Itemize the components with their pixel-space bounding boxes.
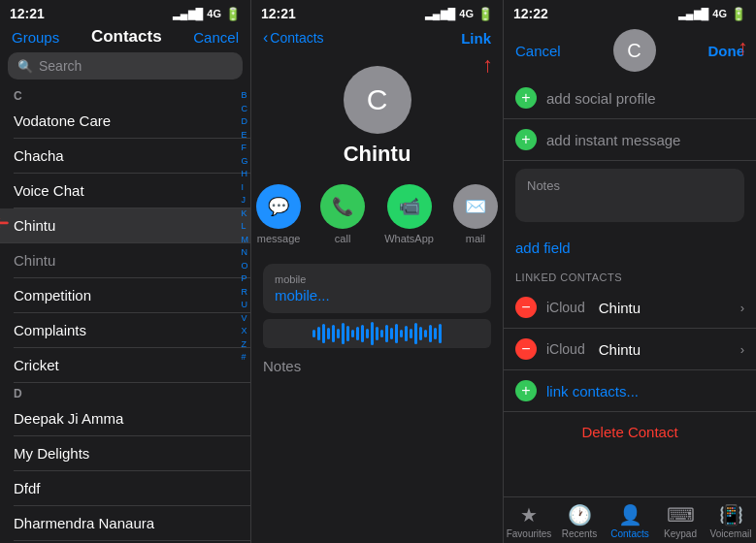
alpha-i[interactable]: I bbox=[242, 181, 249, 195]
status-bar-panel3: 12:22 ▂▄▆█ 4G 🔋 bbox=[504, 0, 756, 23]
alpha-index[interactable]: B C D E F G H I J K L M N O P R U V X Z … bbox=[242, 85, 249, 543]
waveform-bar bbox=[342, 323, 345, 344]
waveform-bar bbox=[361, 325, 364, 342]
alpha-d[interactable]: D bbox=[242, 115, 249, 129]
cancel-button-panel1[interactable]: Cancel bbox=[193, 29, 239, 46]
whatsapp-action[interactable]: 📹 WhatsApp bbox=[384, 184, 434, 244]
red-arrow-panel1: ➜ bbox=[0, 210, 10, 236]
remove-linked-1-icon[interactable]: − bbox=[515, 297, 537, 318]
tab-keypad[interactable]: ⌨ Keypad bbox=[655, 503, 706, 539]
contact-deepak-ji-amma[interactable]: Deepak Ji Amma bbox=[14, 401, 250, 436]
alpha-x[interactable]: X bbox=[242, 325, 249, 338]
mail-button[interactable]: ✉️ bbox=[453, 184, 498, 229]
remove-linked-2-icon[interactable]: − bbox=[515, 338, 537, 360]
delete-contact-button[interactable]: Delete Contact bbox=[504, 412, 756, 452]
alpha-j[interactable]: J bbox=[242, 194, 249, 208]
mail-action[interactable]: ✉️ mail bbox=[453, 184, 498, 244]
mobile-field: mobile mobile... bbox=[263, 264, 491, 313]
linked-name-1: Chintu bbox=[599, 300, 641, 316]
contact-chintu-selected[interactable]: Chintu ➜ bbox=[0, 208, 250, 243]
contact-chintu-2[interactable]: Chintu bbox=[14, 243, 250, 278]
alpha-r[interactable]: R bbox=[242, 286, 249, 300]
alpha-u[interactable]: U bbox=[242, 299, 249, 312]
back-button[interactable]: ‹ Contacts bbox=[263, 29, 324, 47]
alpha-v[interactable]: V bbox=[242, 312, 249, 326]
link-button[interactable]: Link bbox=[461, 30, 491, 47]
add-instant-icon: + bbox=[515, 129, 537, 150]
linked-source-2: iCloud bbox=[546, 341, 585, 357]
alpha-hash[interactable]: # bbox=[242, 351, 249, 365]
chevron-left-icon: ‹ bbox=[263, 29, 268, 47]
alpha-f[interactable]: F bbox=[242, 142, 249, 155]
status-bar-panel1: 12:21 ▂▄▆█ 4G 🔋 bbox=[0, 0, 250, 23]
alpha-k[interactable]: K bbox=[242, 208, 249, 221]
waveform-bar bbox=[385, 325, 388, 342]
link-contacts-icon: + bbox=[515, 380, 537, 401]
battery-icon-p3: 🔋 bbox=[731, 7, 746, 21]
link-contacts-row[interactable]: + link contacts... bbox=[504, 370, 756, 412]
waveform-bar bbox=[317, 327, 320, 340]
tab-favourites[interactable]: ★ Favourites bbox=[504, 503, 554, 539]
status-bar-panel2: 12:21 ▂▄▆█ 4G 🔋 bbox=[251, 0, 503, 23]
call-button[interactable]: 📞 bbox=[320, 184, 365, 229]
add-field-button[interactable]: add field bbox=[504, 230, 756, 266]
alpha-c[interactable]: C bbox=[242, 103, 249, 116]
search-bar[interactable]: 🔍 Search bbox=[8, 52, 243, 80]
waveform-area bbox=[263, 319, 491, 348]
contact-dharmendra-nanaura[interactable]: Dharmendra Nanaura bbox=[14, 506, 250, 541]
add-instant-label[interactable]: add instant message bbox=[546, 132, 680, 148]
call-action[interactable]: 📞 call bbox=[320, 184, 365, 244]
waveform-bar bbox=[366, 329, 369, 338]
mail-label: mail bbox=[466, 233, 485, 244]
edit-avatar[interactable]: C bbox=[613, 29, 656, 72]
network-type: 4G bbox=[207, 8, 221, 19]
waveform-bar bbox=[337, 329, 340, 338]
alpha-b[interactable]: B bbox=[242, 89, 249, 103]
notes-edit-area[interactable]: Notes bbox=[515, 169, 744, 222]
add-social-label[interactable]: add social profile bbox=[546, 90, 656, 107]
waveform-bar bbox=[371, 322, 374, 345]
alpha-g[interactable]: G bbox=[242, 155, 249, 169]
groups-button[interactable]: Groups bbox=[12, 29, 59, 46]
tab-recents[interactable]: 🕐 Recents bbox=[554, 503, 605, 539]
alpha-e[interactable]: E bbox=[242, 129, 249, 143]
message-action[interactable]: 💬 message bbox=[256, 184, 301, 244]
contact-cricket[interactable]: Cricket bbox=[14, 348, 250, 383]
waveform-bar bbox=[312, 330, 315, 337]
add-social-row[interactable]: + add social profile bbox=[504, 78, 756, 119]
message-button[interactable]: 💬 bbox=[256, 184, 301, 229]
notes-section-panel2: Notes bbox=[263, 358, 491, 378]
battery-icon-p2: 🔋 bbox=[477, 7, 493, 21]
link-contacts-label[interactable]: link contacts... bbox=[546, 383, 639, 399]
add-instant-row[interactable]: + add instant message bbox=[504, 119, 756, 161]
linked-row-2[interactable]: − iCloud Chintu › bbox=[504, 329, 756, 370]
waveform-bar bbox=[351, 330, 354, 337]
contact-voice-chat[interactable]: Voice Chat bbox=[14, 174, 250, 208]
red-arrow-panel2: ↑ bbox=[482, 52, 493, 78]
alpha-l[interactable]: L bbox=[242, 220, 249, 234]
contact-chacha[interactable]: Chacha bbox=[14, 139, 250, 174]
contact-dfdf[interactable]: Dfdf bbox=[14, 471, 250, 506]
alpha-h[interactable]: H bbox=[242, 168, 249, 181]
contact-my-delights[interactable]: My Delights bbox=[14, 436, 250, 471]
alpha-p[interactable]: P bbox=[242, 272, 249, 286]
alpha-o[interactable]: O bbox=[242, 260, 249, 273]
waveform-bar bbox=[429, 325, 432, 342]
recents-icon: 🕐 bbox=[568, 503, 592, 527]
contact-competition[interactable]: Competition bbox=[14, 278, 250, 313]
cancel-button-panel3[interactable]: Cancel bbox=[515, 43, 561, 59]
call-label: call bbox=[335, 233, 351, 244]
whatsapp-button[interactable]: 📹 bbox=[387, 184, 432, 229]
tab-contacts[interactable]: 👤 Contacts bbox=[605, 503, 655, 539]
tab-voicemail[interactable]: 📳 Voicemail bbox=[706, 503, 756, 539]
linked-row-1[interactable]: − iCloud Chintu › bbox=[504, 287, 756, 329]
contact-complaints[interactable]: Complaints bbox=[14, 313, 250, 348]
alpha-z[interactable]: Z bbox=[242, 338, 249, 352]
linked-name-2: Chintu bbox=[599, 341, 641, 358]
back-label[interactable]: Contacts bbox=[270, 30, 323, 46]
alpha-n[interactable]: N bbox=[242, 246, 249, 260]
alpha-m[interactable]: M bbox=[242, 234, 249, 247]
contact-vodatone-care[interactable]: Vodatone Care bbox=[14, 104, 250, 139]
panel1-header: Groups Contacts Cancel bbox=[0, 23, 250, 52]
waveform-bar bbox=[400, 330, 403, 337]
